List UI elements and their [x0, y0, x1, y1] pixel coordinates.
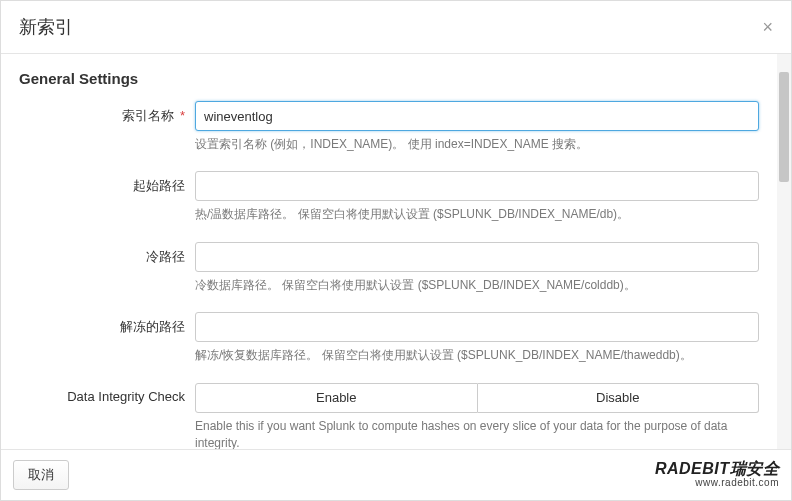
row-cold-path: 冷路径 冷数据库路径。 保留空白将使用默认设置 ($SPLUNK_DB/INDE… [19, 242, 759, 294]
new-index-modal: 新索引 × General Settings 索引名称 * 设置索引名称 (例如… [0, 0, 792, 501]
modal-title: 新索引 [19, 15, 73, 39]
scrollbar-thumb[interactable] [779, 72, 789, 182]
field-index-name: 设置索引名称 (例如，INDEX_NAME)。 使用 index=INDEX_N… [195, 101, 759, 153]
help-data-integrity: Enable this if you want Splunk to comput… [195, 418, 759, 449]
field-cold-path: 冷数据库路径。 保留空白将使用默认设置 ($SPLUNK_DB/INDEX_NA… [195, 242, 759, 294]
cold-path-input[interactable] [195, 242, 759, 272]
close-icon[interactable]: × [762, 18, 773, 36]
help-cold-path: 冷数据库路径。 保留空白将使用默认设置 ($SPLUNK_DB/INDEX_NA… [195, 277, 759, 294]
row-thawed-path: 解冻的路径 解冻/恢复数据库路径。 保留空白将使用默认设置 ($SPLUNK_D… [19, 312, 759, 364]
cancel-button[interactable]: 取消 [13, 460, 69, 490]
watermark-brand: RADEBIT瑞安全 [655, 461, 779, 478]
row-home-path: 起始路径 热/温数据库路径。 保留空白将使用默认设置 ($SPLUNK_DB/I… [19, 171, 759, 223]
watermark-url: www.radebit.com [655, 478, 779, 489]
help-thawed-path: 解冻/恢复数据库路径。 保留空白将使用默认设置 ($SPLUNK_DB/INDE… [195, 347, 759, 364]
modal-body-wrapper: General Settings 索引名称 * 设置索引名称 (例如，INDEX… [1, 54, 791, 449]
data-integrity-toggle: Enable Disable [195, 383, 759, 413]
field-data-integrity: Enable Disable Enable this if you want S… [195, 383, 759, 449]
enable-button[interactable]: Enable [195, 383, 478, 413]
label-cold-path: 冷路径 [19, 242, 195, 266]
help-index-name: 设置索引名称 (例如，INDEX_NAME)。 使用 index=INDEX_N… [195, 136, 759, 153]
section-title: General Settings [19, 70, 759, 87]
watermark: RADEBIT瑞安全 www.radebit.com [655, 461, 779, 488]
label-thawed-path: 解冻的路径 [19, 312, 195, 336]
scrollbar[interactable] [777, 54, 791, 449]
modal-header: 新索引 × [1, 1, 791, 54]
label-home-path: 起始路径 [19, 171, 195, 195]
modal-body: General Settings 索引名称 * 设置索引名称 (例如，INDEX… [1, 54, 777, 449]
field-thawed-path: 解冻/恢复数据库路径。 保留空白将使用默认设置 ($SPLUNK_DB/INDE… [195, 312, 759, 364]
modal-footer: 取消 RADEBIT瑞安全 www.radebit.com [1, 449, 791, 500]
label-text: 索引名称 [122, 108, 174, 123]
label-index-name: 索引名称 * [19, 101, 195, 125]
index-name-input[interactable] [195, 101, 759, 131]
disable-button[interactable]: Disable [478, 383, 760, 413]
row-index-name: 索引名称 * 设置索引名称 (例如，INDEX_NAME)。 使用 index=… [19, 101, 759, 153]
field-home-path: 热/温数据库路径。 保留空白将使用默认设置 ($SPLUNK_DB/INDEX_… [195, 171, 759, 223]
home-path-input[interactable] [195, 171, 759, 201]
thawed-path-input[interactable] [195, 312, 759, 342]
label-data-integrity: Data Integrity Check [19, 383, 195, 404]
row-data-integrity: Data Integrity Check Enable Disable Enab… [19, 383, 759, 449]
required-mark-icon: * [180, 108, 185, 123]
help-home-path: 热/温数据库路径。 保留空白将使用默认设置 ($SPLUNK_DB/INDEX_… [195, 206, 759, 223]
